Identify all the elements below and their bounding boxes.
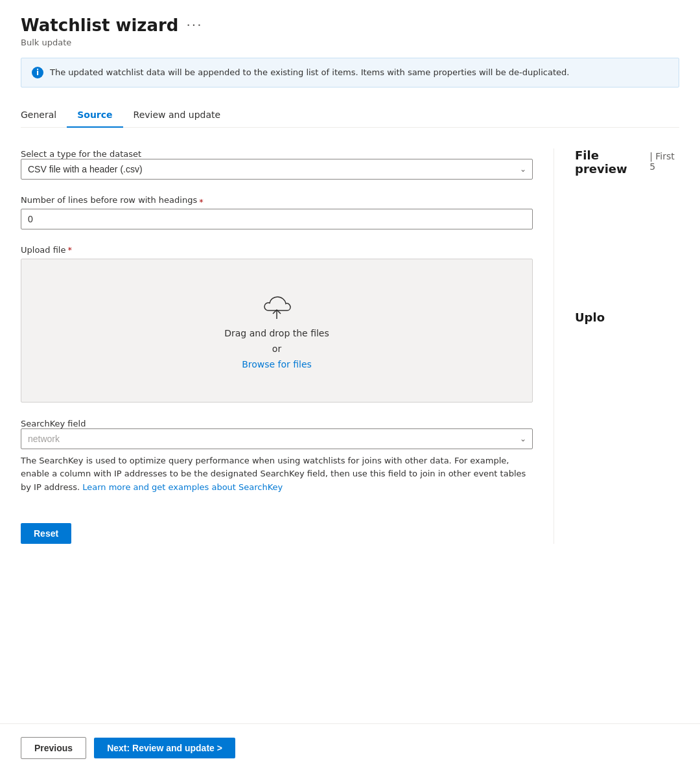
dataset-type-wrapper: CSV file with a header (.csv) CSV file w… bbox=[21, 159, 533, 180]
cloud-upload-icon bbox=[259, 292, 295, 320]
searchkey-label: SearchKey field bbox=[21, 419, 86, 428]
title-row: Watchlist wizard ··· bbox=[21, 16, 679, 35]
next-button[interactable]: Next: Review and update > bbox=[94, 738, 235, 758]
subtitle: Bulk update bbox=[21, 38, 679, 47]
learn-more-link[interactable]: Learn more and get examples about Search… bbox=[82, 482, 283, 492]
reset-button[interactable]: Reset bbox=[21, 523, 71, 544]
searchkey-select[interactable]: network bbox=[21, 428, 533, 449]
upload-dropzone[interactable]: Drag and drop the files or Browse for fi… bbox=[21, 259, 533, 403]
lines-required-indicator: * bbox=[199, 197, 204, 207]
upload-file-field: Upload file * Drag and drop the files or… bbox=[21, 245, 533, 403]
tab-review[interactable]: Review and update bbox=[123, 103, 231, 128]
or-text: or bbox=[272, 344, 281, 354]
lines-input[interactable] bbox=[21, 209, 533, 229]
file-preview-subtitle: | First 5 bbox=[649, 151, 679, 172]
tabs-nav: General Source Review and update bbox=[21, 103, 679, 128]
lines-label: Number of lines before row with headings bbox=[21, 195, 197, 205]
file-preview-title: File preview bbox=[575, 148, 646, 176]
drag-drop-text: Drag and drop the files bbox=[224, 328, 329, 338]
content-area: Select a type for the dataset CSV file w… bbox=[21, 148, 679, 544]
searchkey-wrapper: network ⌄ bbox=[21, 428, 533, 449]
file-preview-header: File preview | First 5 bbox=[575, 148, 679, 181]
info-banner: i The updated watchlist data will be app… bbox=[21, 58, 679, 88]
searchkey-field: SearchKey field network ⌄ The SearchKey … bbox=[21, 418, 533, 495]
footer-bar: Previous Next: Review and update > bbox=[0, 723, 700, 772]
info-icon: i bbox=[32, 67, 43, 78]
dataset-type-select[interactable]: CSV file with a header (.csv) CSV file w… bbox=[21, 159, 533, 180]
searchkey-description: The SearchKey is used to optimize query … bbox=[21, 454, 533, 495]
upload-file-label: Upload file bbox=[21, 245, 65, 255]
banner-text: The updated watchlist data will be appen… bbox=[50, 66, 569, 79]
tab-source[interactable]: Source bbox=[67, 103, 122, 128]
file-preview-panel: File preview | First 5 Uplo bbox=[554, 148, 679, 544]
page-title: Watchlist wizard bbox=[21, 16, 178, 35]
main-content: Watchlist wizard ··· Bulk update i The u… bbox=[0, 0, 700, 723]
browse-files-link[interactable]: Browse for files bbox=[242, 359, 312, 369]
form-panel: Select a type for the dataset CSV file w… bbox=[21, 148, 533, 544]
lines-field: Number of lines before row with headings… bbox=[21, 195, 533, 229]
upload-placeholder: Uplo bbox=[575, 310, 679, 324]
dataset-type-field: Select a type for the dataset CSV file w… bbox=[21, 148, 533, 180]
more-options-icon[interactable]: ··· bbox=[186, 18, 202, 33]
upload-required-indicator: * bbox=[67, 245, 72, 255]
previous-button[interactable]: Previous bbox=[21, 737, 86, 759]
tab-general[interactable]: General bbox=[21, 103, 67, 128]
dataset-type-label: Select a type for the dataset bbox=[21, 149, 141, 159]
